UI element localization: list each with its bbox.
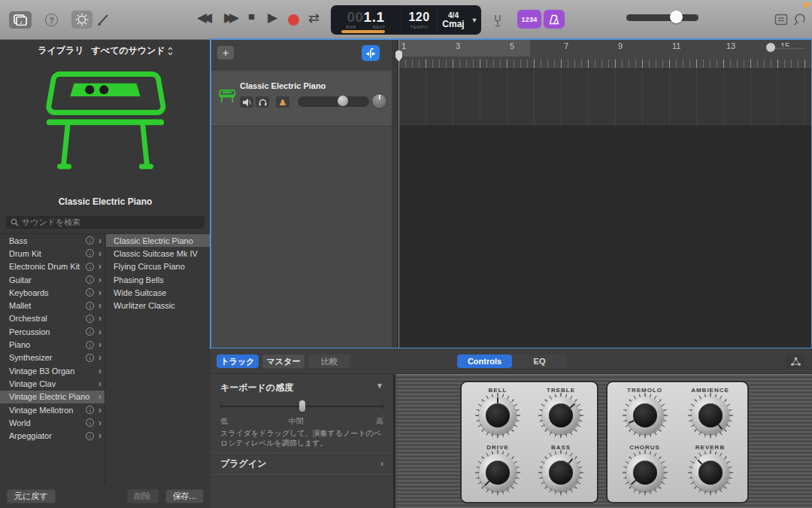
mute-button[interactable]: [240, 96, 253, 108]
category-item[interactable]: Percussion↓›: [0, 325, 105, 338]
drive-knob[interactable]: [475, 450, 520, 495]
search-input[interactable]: サウンドを検索: [6, 216, 205, 229]
download-icon[interactable]: ↓: [86, 354, 94, 362]
category-label: Keyboards: [9, 288, 86, 297]
track-lane[interactable]: [398, 69, 811, 126]
rewind-button[interactable]: ◀◀: [197, 10, 212, 26]
cycle-button[interactable]: ⇄: [308, 10, 320, 26]
bell-knob[interactable]: [475, 393, 520, 438]
track-header[interactable]: Classic Electric Piano: [211, 71, 392, 126]
download-icon[interactable]: ↓: [86, 418, 94, 427]
tuner-button[interactable]: [490, 13, 505, 28]
download-icon[interactable]: ↓: [86, 432, 94, 440]
download-icon[interactable]: ↓: [86, 341, 94, 349]
save-button[interactable]: 保存...: [165, 489, 204, 503]
patch-item[interactable]: Classic Electric Piano: [106, 234, 211, 247]
download-icon[interactable]: ↓: [86, 327, 94, 336]
ambience-knob[interactable]: [688, 393, 733, 438]
patch-item[interactable]: Phasing Bells: [106, 273, 211, 286]
smart-controls-tab-controls[interactable]: Controls: [457, 354, 512, 368]
track-pan-knob[interactable]: [371, 93, 387, 109]
track-volume-knob[interactable]: [338, 96, 348, 106]
plugins-row[interactable]: プラグイン ›: [211, 452, 393, 475]
track-header-column: + Classic Electric Piano: [211, 40, 392, 348]
lcd-key-signature[interactable]: 4/4 Cmaj: [438, 5, 469, 35]
download-icon[interactable]: ↓: [86, 263, 94, 271]
reverb-knob[interactable]: [688, 450, 733, 495]
download-icon[interactable]: ↓: [86, 249, 94, 257]
add-track-button[interactable]: +: [217, 46, 234, 59]
metronome-icon: [548, 14, 560, 26]
inspector-tab-track[interactable]: トラック: [217, 354, 259, 368]
treble-knob[interactable]: [538, 393, 583, 438]
smart-controls-tab-eq[interactable]: EQ: [512, 354, 567, 368]
tremolo-knob[interactable]: [623, 393, 668, 438]
category-item[interactable]: Vintage Mellotron↓›: [0, 403, 105, 416]
quick-help-button[interactable]: ?: [45, 14, 58, 26]
category-item[interactable]: Keyboards↓›: [0, 286, 105, 299]
column-divider[interactable]: [392, 40, 398, 348]
category-item[interactable]: Vintage Electric Piano›: [0, 391, 105, 403]
lcd-tempo[interactable]: 120 TEMPO: [401, 5, 438, 35]
count-in-button[interactable]: 1234: [517, 10, 541, 29]
patch-item[interactable]: Flying Circus Piano: [106, 260, 211, 273]
download-icon[interactable]: ↓: [86, 288, 94, 297]
horizontal-zoom-slider[interactable]: [766, 44, 805, 52]
patch-item[interactable]: Classic Suitcase Mk IV: [106, 247, 211, 260]
bass-knob[interactable]: [538, 450, 583, 495]
input-monitoring-button[interactable]: [276, 96, 289, 108]
track-name[interactable]: Classic Electric Piano: [240, 81, 326, 90]
category-item[interactable]: Guitar↓›: [0, 273, 105, 286]
category-item[interactable]: Piano↓›: [0, 338, 105, 351]
category-item[interactable]: Electronic Drum Kit↓›: [0, 260, 105, 273]
master-volume-slider[interactable]: [626, 14, 698, 21]
stop-button[interactable]: ■: [248, 10, 255, 23]
catch-playhead-button[interactable]: [362, 45, 380, 61]
patch-view-button[interactable]: [786, 354, 804, 369]
category-item[interactable]: Drum Kit↓›: [0, 247, 105, 260]
notepad-button[interactable]: [774, 14, 788, 26]
library-toggle-button[interactable]: ♪: [9, 11, 32, 29]
zoom-slider-knob[interactable]: [766, 43, 775, 52]
chevron-down-icon[interactable]: ▼: [471, 17, 478, 24]
sensitivity-slider[interactable]: [220, 401, 383, 412]
track-volume-slider[interactable]: [298, 96, 369, 107]
sensitivity-knob[interactable]: [299, 400, 305, 412]
search-placeholder: サウンドを検索: [22, 217, 80, 228]
undo-button[interactable]: 元に戻す: [7, 489, 56, 503]
patch-item[interactable]: Wurlitzer Classic: [106, 299, 211, 312]
loop-browser-button[interactable]: [793, 13, 807, 26]
category-item[interactable]: Mallet↓›: [0, 299, 105, 312]
forward-button[interactable]: ▶▶: [224, 10, 239, 26]
category-item[interactable]: Bass↓›: [0, 234, 105, 247]
timeline-ruler[interactable]: 13579111315: [398, 40, 811, 69]
category-item[interactable]: Orchestral↓›: [0, 312, 105, 325]
chevron-right-icon: ›: [96, 287, 102, 298]
editor-button[interactable]: [96, 12, 111, 27]
download-icon[interactable]: ↓: [86, 275, 94, 284]
download-icon[interactable]: ↓: [86, 302, 94, 310]
category-item[interactable]: Vintage Clav›: [0, 377, 105, 390]
inspector-tab-master[interactable]: マスター: [262, 354, 304, 368]
category-item[interactable]: Vintage B3 Organ›: [0, 364, 105, 377]
lcd-display[interactable]: 001.1 BARBEAT 120 TEMPO 4/4 Cmaj ▼: [331, 5, 481, 35]
category-item[interactable]: Arpeggiator↓›: [0, 429, 105, 442]
metronome-button[interactable]: [544, 10, 565, 29]
collapse-chevron-icon[interactable]: ▼: [376, 382, 383, 394]
inspector-tab-compare[interactable]: 比較: [308, 354, 350, 368]
category-item[interactable]: Synthesizer↓›: [0, 351, 105, 364]
delete-button[interactable]: 削除: [127, 489, 159, 503]
chorus-knob[interactable]: [623, 450, 668, 495]
play-button[interactable]: ▶: [268, 10, 277, 26]
download-icon[interactable]: ↓: [86, 406, 94, 414]
library-scope-selector[interactable]: すべてのサウンド: [92, 44, 173, 57]
solo-button[interactable]: [256, 96, 269, 108]
category-item[interactable]: World↓›: [0, 416, 105, 429]
patch-item[interactable]: Wide Suitcase: [106, 286, 211, 299]
arrange-area[interactable]: 13579111315: [398, 40, 811, 348]
record-button[interactable]: [288, 14, 299, 26]
master-volume-knob[interactable]: [670, 11, 683, 23]
download-icon[interactable]: ↓: [86, 315, 94, 323]
smart-controls-toolbar-button[interactable]: [71, 11, 92, 29]
download-icon[interactable]: ↓: [86, 236, 94, 245]
